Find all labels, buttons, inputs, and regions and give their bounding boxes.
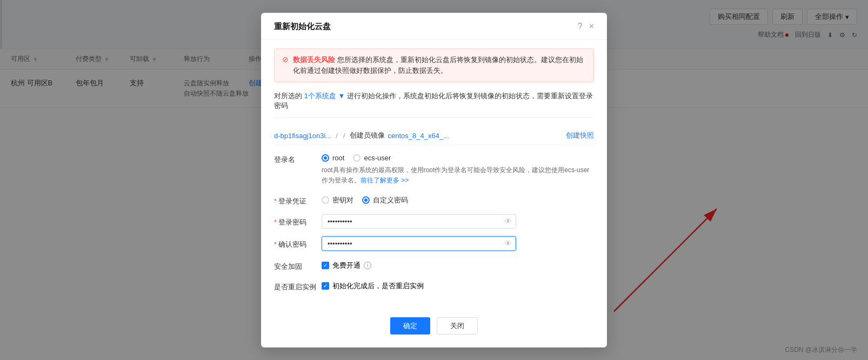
restart-checkbox-item: 初始化完成后，是否重启实例 (322, 279, 594, 291)
confirm-password-input[interactable] (322, 236, 516, 251)
radio-keypair-label: 密钥对 (332, 195, 353, 205)
close-button[interactable]: 关闭 (437, 317, 478, 335)
login-name-row: 登录名 root ecs-user root具有操作系统的最高权限，使用root… (274, 152, 594, 186)
help-icon[interactable]: ? (578, 22, 583, 31)
restart-row: 是否重启实例 初始化完成后，是否重启实例 (274, 279, 594, 293)
disk-count-link[interactable]: 1个系统盘 ▼ (304, 92, 345, 100)
dialog-header: 重新初始化云盘 ? × (261, 12, 607, 39)
radio-ecs-user-label: ecs-user (364, 154, 391, 162)
radio-root[interactable]: root (322, 154, 344, 162)
confirm-button[interactable]: 确定 (390, 317, 430, 335)
disk-item-left: d-bp1fisagj1on3i... / / 创建员镜像 centos_8_4… (274, 131, 566, 140)
security-content: 免费开通 i (322, 259, 594, 270)
disk-name-link[interactable]: d-bp1fisagj1on3i... (274, 131, 331, 139)
learn-more-link[interactable]: 前往了解更多 >> (360, 176, 409, 184)
radio-custom-password-label: 自定义密码 (373, 195, 408, 205)
warning-banner: ⊘ 数据丢失风险 您所选择的系统盘，重新初始化云盘后将恢复到镜像的初始状态。建议… (274, 48, 594, 83)
mirror-label: 创建员镜像 (350, 131, 385, 140)
restart-option-label: 初始化完成后，是否重启实例 (332, 281, 424, 291)
password-input[interactable] (322, 214, 516, 229)
dialog-footer: 确定 关闭 (261, 309, 607, 337)
disk-item: d-bp1fisagj1on3i... / / 创建员镜像 centos_8_4… (274, 126, 594, 145)
warning-body: 您所选择的系统盘，重新初始化云盘后将恢复到镜像的初始状态。建议您在初始化前通过创… (293, 55, 583, 74)
radio-custom-password-circle (362, 196, 370, 204)
radio-root-circle (322, 154, 329, 161)
radio-ecs-user[interactable]: ecs-user (353, 154, 391, 162)
confirm-password-content: 👁 (322, 236, 594, 251)
warning-text: 数据丢失风险 您所选择的系统盘，重新初始化云盘后将恢复到镜像的初始状态。建议您在… (293, 54, 586, 77)
warning-circle-icon: ⊘ (282, 55, 289, 63)
restart-content: 初始化完成后，是否重启实例 (322, 279, 594, 291)
login-password-label: 登录密码 (274, 214, 322, 228)
confirm-password-label: 确认密码 (274, 236, 322, 250)
confirm-password-eye-icon[interactable]: 👁 (504, 239, 512, 248)
dialog-title: 重新初始化云盘 (274, 21, 331, 31)
login-credential-row: 登录凭证 密钥对 自定义密码 (274, 193, 594, 207)
warning-title: 数据丢失风险 (293, 55, 335, 63)
confirm-password-wrap: 👁 (322, 236, 516, 251)
login-credential-content: 密钥对 自定义密码 (322, 193, 594, 205)
confirm-password-row: 确认密码 👁 (274, 236, 594, 251)
form-desc: 对所选的 1个系统盘 ▼ 进行初始化操作，系统盘初始化后将恢复到镜像的初始状态，… (274, 91, 594, 118)
credential-radio-group: 密钥对 自定义密码 (322, 193, 594, 205)
create-snapshot-link[interactable]: 创建快照 (566, 131, 594, 140)
security-checkbox[interactable] (322, 262, 329, 269)
dialog-header-icons: ? × (578, 22, 594, 31)
security-checkbox-item: 免费开通 i (322, 259, 594, 270)
reinit-disk-dialog: 重新初始化云盘 ? × ⊘ 数据丢失风险 您所选择的系统盘，重新初始化云盘后将恢… (261, 12, 607, 347)
restart-checkbox[interactable] (322, 282, 329, 290)
dialog-body: ⊘ 数据丢失风险 您所选择的系统盘，重新初始化云盘后将恢复到镜像的初始状态。建议… (261, 39, 607, 308)
login-password-row: 登录密码 👁 (274, 214, 594, 229)
login-credential-label: 登录凭证 (274, 193, 322, 207)
radio-custom-password[interactable]: 自定义密码 (362, 195, 408, 205)
radio-keypair-circle (322, 196, 329, 204)
restart-label: 是否重启实例 (274, 279, 322, 293)
password-input-wrap: 👁 (322, 214, 516, 229)
radio-ecs-user-circle (353, 154, 360, 161)
mirror-name-link[interactable]: centos_8_4_x64_... (388, 131, 449, 139)
close-icon[interactable]: × (589, 22, 594, 31)
password-eye-icon[interactable]: 👁 (504, 217, 512, 226)
radio-keypair[interactable]: 密钥对 (322, 195, 353, 205)
security-row: 安全加固 免费开通 i (274, 259, 594, 272)
security-option-label: 免费开通 (332, 261, 360, 270)
security-label: 安全加固 (274, 259, 322, 272)
radio-root-label: root (332, 154, 344, 162)
security-info-icon[interactable]: i (364, 262, 371, 269)
login-password-content: 👁 (322, 214, 594, 229)
login-name-content: root ecs-user root具有操作系统的最高权限，使用root作为登录… (322, 152, 594, 186)
login-name-hint: root具有操作系统的最高权限，使用root作为登录名可能会导致安全风险，建议您… (322, 165, 594, 186)
disk-sep2: / (343, 131, 345, 139)
login-name-label: 登录名 (274, 152, 322, 165)
login-name-radio-group: root ecs-user (322, 152, 594, 162)
